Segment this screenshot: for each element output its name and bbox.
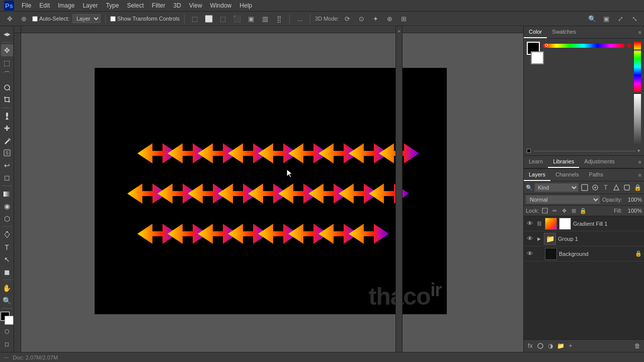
blur-tool-btn[interactable]: ◉ <box>1 200 13 212</box>
tab-color[interactable]: Color <box>524 26 547 38</box>
tab-channels[interactable]: Channels <box>550 169 584 181</box>
show-transform-input[interactable] <box>110 16 116 22</box>
menu-filter[interactable]: Filter <box>148 1 169 10</box>
3d-slide-icon[interactable]: ⊕ <box>384 13 395 24</box>
menu-view[interactable]: View <box>186 1 206 10</box>
fg-bg-colors[interactable] <box>1 312 14 324</box>
lasso-tool-btn[interactable]: ⌒ <box>1 69 13 81</box>
workspace-icon[interactable]: ▣ <box>601 13 612 24</box>
opacity-value[interactable]: 100% <box>624 197 642 203</box>
dodge-tool-btn[interactable]: ⬡ <box>1 213 13 225</box>
delete-layer-btn[interactable]: 🗑 <box>633 341 642 350</box>
marquee-tool-btn[interactable]: ⬚ <box>1 57 13 69</box>
menu-help[interactable]: Help <box>236 1 256 10</box>
healing-tool-btn[interactable]: ✚ <box>1 122 13 134</box>
layer-item-group[interactable]: 👁 ▶ 📁 Group 1 <box>524 231 644 246</box>
color-panel-menu-btn[interactable]: ≡ <box>636 27 644 37</box>
align-center-h-icon[interactable]: ⬜ <box>203 13 214 24</box>
filter-lock-btn[interactable]: 🔒 <box>633 183 642 192</box>
filter-smart-btn[interactable] <box>622 183 631 192</box>
clone-tool-btn[interactable]: S <box>1 147 13 159</box>
filter-adjustment-btn[interactable] <box>591 183 600 192</box>
hue-slider[interactable] <box>543 44 624 48</box>
tab-layers[interactable]: Layers <box>524 169 550 181</box>
layer-item-background[interactable]: 👁 ⛓ Background 🔒 <box>524 246 644 261</box>
auto-select-input[interactable] <box>32 16 38 22</box>
alpha-bar[interactable] <box>634 94 641 144</box>
canvas-area[interactable]: thacoir » <box>14 26 523 352</box>
collapse-icon[interactable]: ⤡ <box>629 13 640 24</box>
show-transform-checkbox[interactable]: Show Transform Controls <box>110 16 180 22</box>
menu-type[interactable]: Type <box>102 1 122 10</box>
layer-kind-select[interactable]: Layer <box>72 14 101 23</box>
tab-libraries[interactable]: Libraries <box>548 156 579 168</box>
menu-window[interactable]: Window <box>207 1 235 10</box>
expand-icon[interactable]: ⤢ <box>615 13 626 24</box>
tab-learn[interactable]: Learn <box>524 156 548 168</box>
add-layer-btn[interactable]: + <box>566 341 575 350</box>
menu-select[interactable]: Select <box>123 1 147 10</box>
3d-pan-icon[interactable]: ✦ <box>370 13 381 24</box>
align-bottom-icon[interactable]: ▥ <box>260 13 271 24</box>
filter-shape-btn[interactable] <box>612 183 621 192</box>
gradient-tool-btn[interactable] <box>1 188 13 200</box>
crop-tool-btn[interactable] <box>1 94 13 106</box>
layer-visibility-gradient[interactable]: 👁 <box>526 220 534 228</box>
background-color-box[interactable] <box>531 51 544 64</box>
libraries-menu-btn[interactable]: ≡ <box>636 157 644 167</box>
add-adjustment-btn[interactable]: ◑ <box>546 341 555 350</box>
menu-image[interactable]: Image <box>54 1 78 10</box>
filter-pixel-btn[interactable] <box>580 183 589 192</box>
auto-select-checkbox[interactable]: Auto-Select: <box>32 16 69 22</box>
align-right-icon[interactable]: ⬚ <box>217 13 228 24</box>
quick-mask-btn[interactable]: ⬡ <box>1 326 13 338</box>
align-left-icon[interactable]: ⬚ <box>189 13 200 24</box>
menu-file[interactable]: File <box>18 1 35 10</box>
3d-orbit-icon[interactable]: ⊙ <box>356 13 367 24</box>
3d-rotate-icon[interactable]: ⟳ <box>342 13 353 24</box>
3d-scale-icon[interactable]: ⊞ <box>398 13 410 24</box>
move-options-icon[interactable]: ✥ <box>4 13 15 24</box>
filter-type-btn[interactable]: T <box>601 183 610 192</box>
screen-mode-btn[interactable]: ◻ <box>1 338 13 350</box>
lock-image-btn[interactable]: ✏ <box>550 207 558 215</box>
menu-edit[interactable]: Edit <box>36 1 53 10</box>
path-select-tool-btn[interactable]: ↖ <box>1 253 13 265</box>
lock-position-btn[interactable]: ✥ <box>560 207 568 215</box>
layer-visibility-group[interactable]: 👁 <box>526 235 534 243</box>
layer-item-gradient-fill[interactable]: 👁 ⛓ Gradient Fill 1 <box>524 216 644 231</box>
add-styles-btn[interactable]: fx <box>526 341 535 350</box>
search-icon[interactable]: 🔍 <box>587 13 598 24</box>
tab-swatches[interactable]: Swatches <box>547 26 581 38</box>
distribute-icon[interactable]: ⣿ <box>274 13 285 24</box>
shape-tool-btn[interactable]: ◼ <box>1 266 13 278</box>
status-tools[interactable]: ··· <box>4 354 9 360</box>
align-top-icon[interactable]: ⬛ <box>231 13 243 24</box>
eraser-tool-btn[interactable]: ◻ <box>1 171 13 184</box>
lock-transparent-btn[interactable] <box>541 207 549 215</box>
eyedropper-tool-btn[interactable] <box>1 110 13 122</box>
transform-icon[interactable]: ⊕ <box>18 13 29 24</box>
lock-all-btn[interactable]: 🔒 <box>579 207 587 215</box>
tab-adjustments[interactable]: Adjustments <box>579 156 620 168</box>
pen-tool-btn[interactable] <box>1 229 13 241</box>
tab-paths[interactable]: Paths <box>584 169 608 181</box>
hand-tool-btn[interactable]: ✋ <box>1 282 13 294</box>
more-options-btn[interactable]: ... <box>294 13 305 24</box>
alpha-slider[interactable] <box>626 44 631 48</box>
fill-value[interactable]: 100% <box>624 208 642 214</box>
brush-tool-btn[interactable] <box>1 135 13 147</box>
lock-artboard-btn[interactable]: ⊞ <box>570 207 578 215</box>
zoom-tool-btn[interactable]: 🔍 <box>1 295 13 307</box>
add-group-btn[interactable]: 📁 <box>556 341 565 350</box>
move-tool-btn[interactable]: ✥ <box>1 44 13 56</box>
history-brush-btn[interactable]: ↩ <box>1 159 13 171</box>
menu-3d[interactable]: 3D <box>170 1 184 10</box>
blend-mode-select[interactable]: Normal <box>526 195 600 204</box>
layer-expand-group[interactable]: ▶ <box>536 236 542 242</box>
right-panel-collapse-btn[interactable]: » <box>395 26 403 352</box>
background-color[interactable] <box>5 316 14 325</box>
quick-select-tool-btn[interactable] <box>1 81 13 94</box>
layer-filter-select[interactable]: Kind <box>534 183 579 192</box>
photoshop-canvas[interactable]: thacoir <box>95 68 447 314</box>
